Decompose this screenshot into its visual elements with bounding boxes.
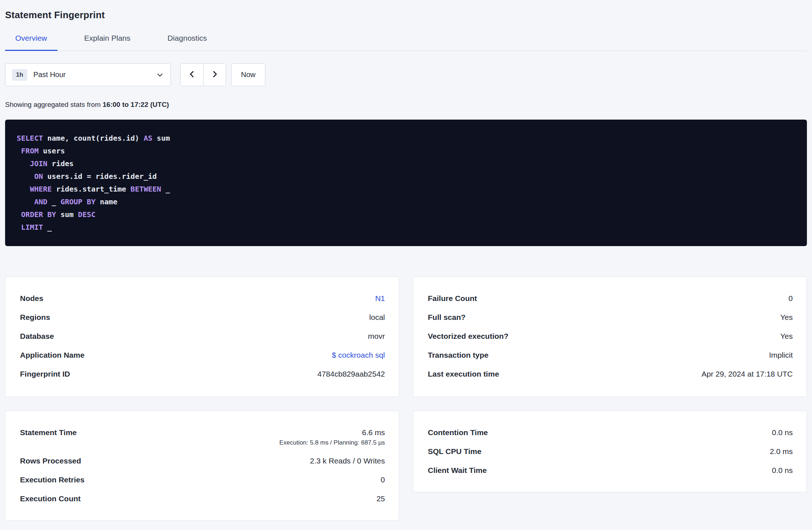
stat-value-group: 6.6 msExecution: 5.8 ms / Planning: 687.… <box>280 428 385 446</box>
stat-value-group: 2.3 k Reads / 0 Writes <box>310 457 385 465</box>
tab-explain-plans[interactable]: Explain Plans <box>74 34 141 51</box>
stat-label: Transaction type <box>428 351 489 360</box>
stat-value-group: Yes <box>780 313 793 322</box>
stat-row: NodesN1 <box>20 289 385 308</box>
stat-value-group: 0.0 ns <box>772 466 793 475</box>
stat-label: Client Wait Time <box>428 466 487 475</box>
sql-line: WHERE rides.start_time BETWEEN _ <box>17 183 795 196</box>
sql-line: FROM users <box>17 145 795 157</box>
stat-value: Implicit <box>769 351 793 360</box>
stat-value-group: 0 <box>788 294 793 303</box>
stat-row: Last execution timeApr 29, 2024 at 17:18… <box>428 365 793 384</box>
stat-value-group: $ cockroach sql <box>332 351 385 360</box>
stat-value-group: Implicit <box>769 351 793 360</box>
sql-line: ORDER BY sum DESC <box>17 208 795 221</box>
stat-row: Fingerprint ID4784cb829aab2542 <box>20 365 385 384</box>
stat-value: local <box>369 313 385 322</box>
sql-text: _ <box>43 223 52 232</box>
stat-label: Execution Count <box>20 494 81 503</box>
stat-value-group: local <box>369 313 385 322</box>
stat-row: Execution Retries0 <box>20 470 385 489</box>
now-button[interactable]: Now <box>231 63 265 86</box>
time-controls: 1h Past Hour <box>5 63 807 86</box>
caption-range: 16:00 to 17:22 (UTC) <box>102 101 169 108</box>
stat-label: Failure Count <box>428 294 477 303</box>
sql-text: users <box>39 146 65 155</box>
stat-value: 0 <box>788 294 793 303</box>
resource-times-card: Contention Time0.0 nsSQL CPU Time2.0 msC… <box>413 411 807 492</box>
sql-keyword: DESC <box>78 210 96 219</box>
sql-keyword: ORDER BY <box>21 210 56 219</box>
sql-text <box>17 185 30 193</box>
sql-text: rides <box>47 159 73 168</box>
sql-keyword: JOIN <box>30 159 47 168</box>
chevron-left-icon <box>188 70 196 79</box>
stat-value: 0 <box>381 475 385 484</box>
stat-label: Execution Retries <box>20 475 84 484</box>
sql-keyword: SELECT <box>17 134 43 142</box>
tab-diagnostics[interactable]: Diagnostics <box>157 34 217 51</box>
chevron-down-icon <box>157 72 163 78</box>
sql-keyword: GROUP BY <box>60 197 95 206</box>
aggregated-stats-caption: Showing aggregated stats from 16:00 to 1… <box>5 101 807 109</box>
stats-cards: NodesN1RegionslocalDatabasemovrApplicati… <box>5 277 807 521</box>
sql-text: sum <box>152 134 170 142</box>
stat-value-group: 4784cb829aab2542 <box>317 370 385 378</box>
sql-text: users.id = rides.rider_id <box>43 172 157 181</box>
stat-value: 25 <box>377 494 385 503</box>
sql-text <box>17 159 30 168</box>
stat-subvalue: Execution: 5.8 ms / Planning: 687.5 µs <box>280 439 385 446</box>
stat-value-link[interactable]: $ cockroach sql <box>332 351 385 360</box>
time-range-badge: 1h <box>12 69 27 81</box>
sql-text <box>17 197 34 206</box>
stat-label: Contention Time <box>428 428 488 437</box>
stat-value: movr <box>368 332 385 341</box>
page-title: Statement Fingerprint <box>5 9 807 21</box>
stat-row: Application Name$ cockroach sql <box>20 346 385 365</box>
stat-value: Apr 29, 2024 at 17:18 UTC <box>702 370 793 378</box>
stat-row: Regionslocal <box>20 308 385 327</box>
stat-row: Execution Count25 <box>20 489 385 508</box>
stat-value-group: 25 <box>377 494 385 503</box>
stat-value-group: movr <box>368 332 385 341</box>
sql-text <box>17 210 21 219</box>
stat-label: Regions <box>20 313 50 322</box>
execution-attributes-card: Failure Count0Full scan?YesVectorized ex… <box>413 277 807 397</box>
sql-keyword: WHERE <box>30 185 52 193</box>
stat-value-link[interactable]: N1 <box>375 294 385 303</box>
sql-keyword: LIMIT <box>21 223 43 232</box>
sql-line: LIMIT _ <box>17 221 795 234</box>
stat-label: Database <box>20 332 54 341</box>
sql-text: name <box>96 197 117 206</box>
stat-value-group: 0.0 ns <box>772 428 793 437</box>
stat-row: Transaction typeImplicit <box>428 346 793 365</box>
sql-keyword: BETWEEN <box>130 185 161 193</box>
stat-row: Contention Time0.0 ns <box>428 423 793 442</box>
stat-label: Rows Processed <box>20 457 81 465</box>
sql-line: AND _ GROUP BY name <box>17 196 795 208</box>
stat-row: SQL CPU Time2.0 ms <box>428 442 793 461</box>
sql-box: SELECT name, count(rides.id) AS sum FROM… <box>5 120 807 246</box>
sql-keyword: AS <box>144 134 152 142</box>
time-range-picker[interactable]: 1h Past Hour <box>5 63 171 86</box>
sql-keyword: AND <box>34 197 47 206</box>
stat-value-group: Yes <box>780 332 793 341</box>
stat-value-group: 2.0 ms <box>770 447 793 456</box>
stat-value: Yes <box>780 332 793 341</box>
sql-line: SELECT name, count(rides.id) AS sum <box>17 132 795 145</box>
next-interval-button[interactable] <box>203 64 226 86</box>
stat-row: Failure Count0 <box>428 289 793 308</box>
stat-label: Nodes <box>20 294 43 303</box>
sql-line: ON users.id = rides.rider_id <box>17 170 795 183</box>
previous-interval-button[interactable] <box>181 64 203 86</box>
stat-row: Full scan?Yes <box>428 308 793 327</box>
sql-keyword: FROM <box>21 146 39 155</box>
stat-label: SQL CPU Time <box>428 447 481 456</box>
sql-text: rides.start_time <box>52 185 130 193</box>
time-range-label: Past Hour <box>33 71 66 79</box>
stat-row: Vectorized execution?Yes <box>428 327 793 346</box>
stat-value: 6.6 ms <box>362 428 385 437</box>
tab-overview[interactable]: Overview <box>5 34 57 51</box>
stat-value: 2.0 ms <box>770 447 793 456</box>
stat-label: Last execution time <box>428 370 499 378</box>
